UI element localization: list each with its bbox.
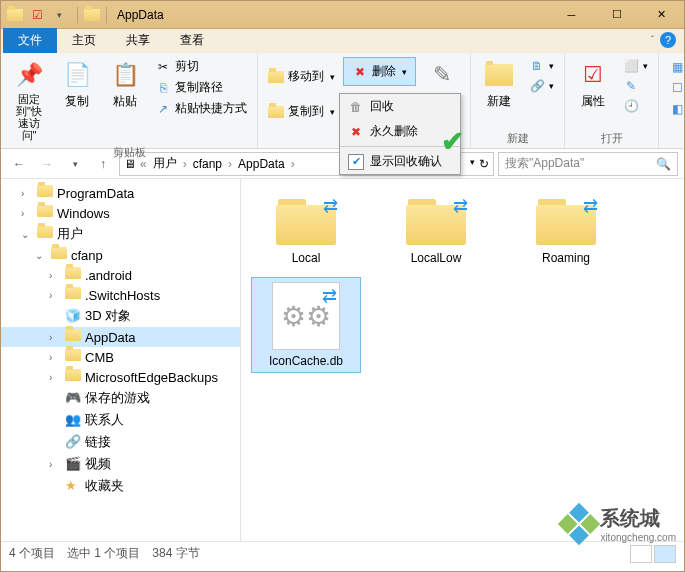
- copy-label: 复制: [65, 93, 89, 110]
- select-all-button[interactable]: ▦全部选择: [665, 57, 685, 76]
- history-button[interactable]: 🕘: [619, 97, 652, 115]
- recycle-icon: 🗑: [348, 100, 364, 114]
- status-bar: 4 个项目 选中 1 个项目 384 字节: [1, 541, 684, 565]
- move-to-button[interactable]: 移动到▾: [264, 67, 339, 86]
- status-selected: 选中 1 个项目: [67, 545, 140, 562]
- history-icon: 🕘: [623, 98, 639, 114]
- copy-icon: 📄: [61, 59, 93, 91]
- open-button[interactable]: ⬜▾: [619, 57, 652, 75]
- select-all-icon: ▦: [669, 59, 685, 75]
- shortcut-icon: ↗: [155, 101, 171, 117]
- chevron-icon[interactable]: ›: [289, 157, 297, 171]
- sync-icon: ⇄: [323, 195, 338, 217]
- menu-recycle[interactable]: 🗑 回收: [340, 94, 460, 119]
- maximize-button[interactable]: ☐: [594, 1, 639, 29]
- copy-button[interactable]: 📄 复制: [55, 57, 99, 112]
- tree-savedgames[interactable]: 🎮保存的游戏: [1, 387, 240, 409]
- edit-icon: ✎: [623, 78, 639, 94]
- invert-selection-button[interactable]: ◧反向选择: [665, 99, 685, 118]
- file-list[interactable]: ⇄ Local ⇄ LocalLow ⇄ Roaming ⚙⚙⇄ IconCac…: [241, 179, 684, 541]
- view-details-button[interactable]: [630, 545, 652, 563]
- tree-videos[interactable]: ›🎬视频: [1, 453, 240, 475]
- dropdown-icon[interactable]: ▾: [470, 157, 475, 171]
- paste-button[interactable]: 📋 粘贴: [103, 57, 147, 112]
- qat-folder-icon[interactable]: [5, 5, 25, 25]
- file-local[interactable]: ⇄ Local: [251, 189, 361, 269]
- rename-icon: ✎: [426, 59, 458, 91]
- status-size: 384 字节: [152, 545, 199, 562]
- ribbon-tabs: 文件 主页 共享 查看 ˇ ?: [1, 29, 684, 53]
- view-icons-button[interactable]: [654, 545, 676, 563]
- sync-icon: ⇄: [322, 285, 337, 307]
- tab-file[interactable]: 文件: [3, 28, 57, 53]
- tab-share[interactable]: 共享: [111, 28, 165, 53]
- copy-to-button[interactable]: 复制到▾: [264, 102, 339, 121]
- tree-windows[interactable]: ›Windows: [1, 203, 240, 223]
- minimize-button[interactable]: ─: [549, 1, 594, 29]
- new-folder-button[interactable]: 新建: [477, 57, 521, 112]
- qat-select-icon[interactable]: ☑: [27, 5, 47, 25]
- checkbox-icon: ✔: [348, 154, 364, 170]
- tab-view[interactable]: 查看: [165, 28, 219, 53]
- search-input[interactable]: 搜索"AppData" 🔍: [498, 152, 678, 176]
- tree-appdata[interactable]: ›AppData: [1, 327, 240, 347]
- pin-icon: 📌: [13, 59, 45, 91]
- open-icon: ⬜: [623, 58, 639, 74]
- new-item-icon: 🗎: [529, 58, 545, 74]
- pin-button[interactable]: 📌 固定到"快 速访问": [7, 57, 51, 143]
- tree-contacts[interactable]: 👥联系人: [1, 409, 240, 431]
- file-iconcache[interactable]: ⚙⚙⇄ IconCache.db: [251, 277, 361, 373]
- tree-edgebackups[interactable]: ›MicrosoftEdgeBackups: [1, 367, 240, 387]
- content-area: ›ProgramData ›Windows ⌄用户 ⌄cfanp ›.andro…: [1, 179, 684, 541]
- copy-path-button[interactable]: ⎘复制路径: [151, 78, 251, 97]
- ribbon-collapse-icon[interactable]: ˇ: [651, 35, 654, 46]
- group-select-label: 选择: [665, 129, 685, 146]
- sync-icon: ⇄: [453, 195, 468, 217]
- folder-icon: ⇄: [402, 193, 470, 247]
- tree-3d[interactable]: 🧊3D 对象: [1, 305, 240, 327]
- refresh-icon[interactable]: ↻: [479, 157, 489, 171]
- separator: [106, 7, 107, 23]
- close-button[interactable]: ✕: [639, 1, 684, 29]
- path-icon: ⎘: [155, 80, 171, 96]
- perm-delete-icon: ✖: [348, 125, 364, 139]
- help-icon[interactable]: ?: [660, 32, 676, 48]
- copyto-icon: [268, 104, 284, 120]
- tree-programdata[interactable]: ›ProgramData: [1, 183, 240, 203]
- select-none-button[interactable]: ☐全部取消: [665, 78, 685, 97]
- new-item-button[interactable]: 🗎▾: [525, 57, 558, 75]
- tree-switchhosts[interactable]: ›.SwitchHosts: [1, 285, 240, 305]
- tree-cmb[interactable]: ›CMB: [1, 347, 240, 367]
- folder-icon: ⇄: [532, 193, 600, 247]
- watermark-logo-icon: [558, 503, 600, 545]
- file-locallow[interactable]: ⇄ LocalLow: [381, 189, 491, 269]
- watermark: 系统城 xitongcheng.com: [564, 505, 676, 543]
- tree-links[interactable]: 🔗链接: [1, 431, 240, 453]
- cut-button[interactable]: ✂剪切: [151, 57, 251, 76]
- properties-button[interactable]: ☑ 属性: [571, 57, 615, 112]
- edit-button[interactable]: ✎: [619, 77, 652, 95]
- properties-icon: ☑: [577, 59, 609, 91]
- tree-android[interactable]: ›.android: [1, 265, 240, 285]
- search-icon: 🔍: [656, 157, 671, 171]
- paste-shortcut-button[interactable]: ↗粘贴快捷方式: [151, 99, 251, 118]
- move-icon: [268, 69, 284, 85]
- qat-dropdown-icon[interactable]: ▾: [49, 5, 69, 25]
- quick-access-toolbar: ☑ ▾: [1, 5, 73, 25]
- easy-access-button[interactable]: 🔗▾: [525, 77, 558, 95]
- tree-cfanp[interactable]: ⌄cfanp: [1, 245, 240, 265]
- delete-button[interactable]: ✖删除▾: [348, 62, 411, 81]
- tab-home[interactable]: 主页: [57, 28, 111, 53]
- tree-users[interactable]: ⌄用户: [1, 223, 240, 245]
- window-title: AppData: [111, 8, 164, 22]
- sync-icon: ⇄: [583, 195, 598, 217]
- paste-icon: 📋: [109, 59, 141, 91]
- pin-label: 固定到"快 速访问": [13, 93, 45, 141]
- forward-button[interactable]: →: [35, 152, 59, 176]
- db-file-icon: ⚙⚙⇄: [272, 282, 340, 350]
- folder-icon: [82, 5, 102, 25]
- hand-drawn-check-icon: ✔: [441, 125, 464, 158]
- file-roaming[interactable]: ⇄ Roaming: [511, 189, 621, 269]
- folder-tree[interactable]: ›ProgramData ›Windows ⌄用户 ⌄cfanp ›.andro…: [1, 179, 241, 541]
- tree-favorites[interactable]: ★收藏夹: [1, 475, 240, 497]
